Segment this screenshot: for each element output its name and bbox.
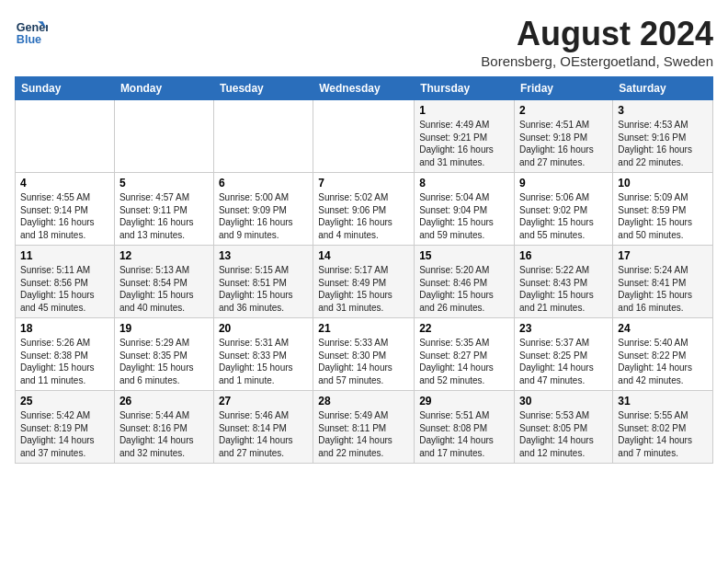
- calendar-cell: 14Sunrise: 5:17 AMSunset: 8:49 PMDayligh…: [313, 246, 415, 318]
- calendar-cell: 8Sunrise: 5:04 AMSunset: 9:04 PMDaylight…: [415, 173, 515, 246]
- day-info: Sunrise: 5:06 AMSunset: 9:02 PMDaylight:…: [519, 191, 608, 241]
- calendar-week-row: 18Sunrise: 5:26 AMSunset: 8:38 PMDayligh…: [16, 318, 713, 391]
- day-number: 29: [419, 395, 509, 408]
- page-header: General Blue August 2024 Borensberg, OEs…: [15, 15, 713, 69]
- weekday-header: Friday: [515, 77, 613, 100]
- day-number: 6: [219, 177, 308, 190]
- svg-text:Blue: Blue: [17, 33, 41, 46]
- calendar-cell: 30Sunrise: 5:53 AMSunset: 8:05 PMDayligh…: [515, 391, 613, 464]
- calendar-cell: 18Sunrise: 5:26 AMSunset: 8:38 PMDayligh…: [16, 318, 115, 391]
- weekday-header: Wednesday: [313, 77, 415, 100]
- calendar-cell: 16Sunrise: 5:22 AMSunset: 8:43 PMDayligh…: [515, 246, 613, 318]
- day-info: Sunrise: 5:20 AMSunset: 8:46 PMDaylight:…: [419, 264, 509, 314]
- calendar-cell: 3Sunrise: 4:53 AMSunset: 9:16 PMDaylight…: [613, 100, 713, 173]
- day-info: Sunrise: 5:46 AMSunset: 8:14 PMDaylight:…: [219, 409, 308, 459]
- weekday-header: Thursday: [415, 77, 515, 100]
- day-number: 22: [419, 322, 509, 335]
- day-info: Sunrise: 5:13 AMSunset: 8:54 PMDaylight:…: [119, 264, 209, 314]
- day-info: Sunrise: 5:29 AMSunset: 8:35 PMDaylight:…: [119, 337, 209, 386]
- day-number: 25: [20, 395, 109, 408]
- calendar-cell: 7Sunrise: 5:02 AMSunset: 9:06 PMDaylight…: [313, 173, 415, 246]
- calendar-cell: 21Sunrise: 5:33 AMSunset: 8:30 PMDayligh…: [313, 318, 415, 391]
- calendar-cell: 10Sunrise: 5:09 AMSunset: 8:59 PMDayligh…: [613, 173, 713, 246]
- day-info: Sunrise: 5:31 AMSunset: 8:33 PMDaylight:…: [219, 337, 308, 386]
- calendar-title: August 2024: [481, 15, 713, 53]
- day-number: 11: [20, 249, 109, 262]
- day-number: 9: [519, 177, 608, 190]
- calendar-cell: 5Sunrise: 4:57 AMSunset: 9:11 PMDaylight…: [114, 173, 213, 246]
- day-number: 19: [119, 322, 209, 335]
- day-info: Sunrise: 5:51 AMSunset: 8:08 PMDaylight:…: [419, 409, 509, 459]
- day-info: Sunrise: 5:26 AMSunset: 8:38 PMDaylight:…: [20, 337, 109, 386]
- day-number: 7: [318, 177, 409, 190]
- day-number: 23: [519, 322, 608, 335]
- day-info: Sunrise: 4:57 AMSunset: 9:11 PMDaylight:…: [119, 191, 209, 241]
- calendar-subtitle: Borensberg, OEstergoetland, Sweden: [481, 53, 713, 69]
- day-info: Sunrise: 5:42 AMSunset: 8:19 PMDaylight:…: [20, 409, 109, 459]
- day-number: 2: [519, 104, 608, 117]
- day-number: 8: [419, 177, 509, 190]
- calendar-week-row: 1Sunrise: 4:49 AMSunset: 9:21 PMDaylight…: [16, 100, 713, 173]
- day-number: 16: [519, 249, 608, 262]
- day-info: Sunrise: 5:00 AMSunset: 9:09 PMDaylight:…: [219, 191, 308, 241]
- logo: General Blue: [15, 15, 48, 48]
- calendar-cell: [213, 100, 313, 173]
- day-number: 14: [318, 249, 409, 262]
- calendar-cell: 31Sunrise: 5:55 AMSunset: 8:02 PMDayligh…: [613, 391, 713, 464]
- calendar-cell: 29Sunrise: 5:51 AMSunset: 8:08 PMDayligh…: [415, 391, 515, 464]
- calendar-cell: 28Sunrise: 5:49 AMSunset: 8:11 PMDayligh…: [313, 391, 415, 464]
- day-number: 17: [618, 249, 708, 262]
- calendar-cell: [313, 100, 415, 173]
- day-number: 18: [20, 322, 109, 335]
- day-number: 10: [618, 177, 708, 190]
- day-info: Sunrise: 5:09 AMSunset: 8:59 PMDaylight:…: [618, 191, 708, 241]
- day-number: 3: [618, 104, 708, 117]
- calendar-cell: 26Sunrise: 5:44 AMSunset: 8:16 PMDayligh…: [114, 391, 213, 464]
- calendar-cell: 1Sunrise: 4:49 AMSunset: 9:21 PMDaylight…: [415, 100, 515, 173]
- day-number: 4: [20, 177, 109, 190]
- calendar-cell: 12Sunrise: 5:13 AMSunset: 8:54 PMDayligh…: [114, 246, 213, 318]
- day-info: Sunrise: 5:37 AMSunset: 8:25 PMDaylight:…: [519, 337, 608, 386]
- day-info: Sunrise: 4:55 AMSunset: 9:14 PMDaylight:…: [20, 191, 109, 241]
- day-number: 20: [219, 322, 308, 335]
- weekday-header: Monday: [114, 77, 213, 100]
- calendar-week-row: 11Sunrise: 5:11 AMSunset: 8:56 PMDayligh…: [16, 246, 713, 318]
- day-number: 24: [618, 322, 708, 335]
- day-number: 31: [618, 395, 708, 408]
- day-number: 27: [219, 395, 308, 408]
- day-number: 28: [318, 395, 409, 408]
- calendar-week-row: 4Sunrise: 4:55 AMSunset: 9:14 PMDaylight…: [16, 173, 713, 246]
- calendar-cell: 13Sunrise: 5:15 AMSunset: 8:51 PMDayligh…: [213, 246, 313, 318]
- day-number: 13: [219, 249, 308, 262]
- calendar-cell: 19Sunrise: 5:29 AMSunset: 8:35 PMDayligh…: [114, 318, 213, 391]
- day-info: Sunrise: 5:53 AMSunset: 8:05 PMDaylight:…: [519, 409, 608, 459]
- calendar-cell: 6Sunrise: 5:00 AMSunset: 9:09 PMDaylight…: [213, 173, 313, 246]
- day-number: 12: [119, 249, 209, 262]
- weekday-header-row: SundayMondayTuesdayWednesdayThursdayFrid…: [16, 77, 713, 100]
- day-info: Sunrise: 5:49 AMSunset: 8:11 PMDaylight:…: [318, 409, 409, 459]
- calendar-cell: 23Sunrise: 5:37 AMSunset: 8:25 PMDayligh…: [515, 318, 613, 391]
- day-number: 5: [119, 177, 209, 190]
- day-info: Sunrise: 4:53 AMSunset: 9:16 PMDaylight:…: [618, 119, 708, 168]
- calendar-cell: [16, 100, 115, 173]
- day-number: 21: [318, 322, 409, 335]
- day-info: Sunrise: 5:22 AMSunset: 8:43 PMDaylight:…: [519, 264, 608, 314]
- calendar-cell: 27Sunrise: 5:46 AMSunset: 8:14 PMDayligh…: [213, 391, 313, 464]
- calendar-cell: [114, 100, 213, 173]
- day-info: Sunrise: 5:44 AMSunset: 8:16 PMDaylight:…: [119, 409, 209, 459]
- calendar-cell: 11Sunrise: 5:11 AMSunset: 8:56 PMDayligh…: [16, 246, 115, 318]
- day-info: Sunrise: 5:17 AMSunset: 8:49 PMDaylight:…: [318, 264, 409, 314]
- calendar-cell: 4Sunrise: 4:55 AMSunset: 9:14 PMDaylight…: [16, 173, 115, 246]
- day-number: 1: [419, 104, 509, 117]
- calendar-cell: 2Sunrise: 4:51 AMSunset: 9:18 PMDaylight…: [515, 100, 613, 173]
- day-info: Sunrise: 5:15 AMSunset: 8:51 PMDaylight:…: [219, 264, 308, 314]
- calendar-cell: 15Sunrise: 5:20 AMSunset: 8:46 PMDayligh…: [415, 246, 515, 318]
- weekday-header: Sunday: [16, 77, 115, 100]
- calendar-cell: 20Sunrise: 5:31 AMSunset: 8:33 PMDayligh…: [213, 318, 313, 391]
- day-info: Sunrise: 5:24 AMSunset: 8:41 PMDaylight:…: [618, 264, 708, 314]
- day-info: Sunrise: 5:55 AMSunset: 8:02 PMDaylight:…: [618, 409, 708, 459]
- title-area: August 2024 Borensberg, OEstergoetland, …: [481, 15, 713, 69]
- day-info: Sunrise: 5:11 AMSunset: 8:56 PMDaylight:…: [20, 264, 109, 314]
- weekday-header: Tuesday: [213, 77, 313, 100]
- day-info: Sunrise: 5:02 AMSunset: 9:06 PMDaylight:…: [318, 191, 409, 241]
